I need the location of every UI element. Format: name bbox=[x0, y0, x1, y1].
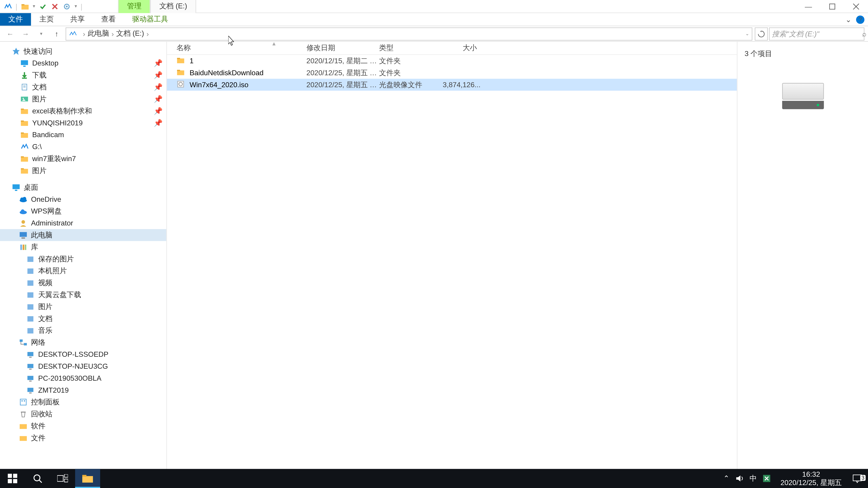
close-button[interactable] bbox=[844, 0, 868, 13]
folder-icon bbox=[177, 68, 186, 77]
breadcrumb-segment[interactable]: 此电脑 bbox=[88, 29, 109, 39]
svg-rect-49 bbox=[27, 376, 33, 380]
tree-quick-item[interactable]: G:\ bbox=[0, 141, 166, 153]
tree-quick-item[interactable]: Desktop📌 bbox=[0, 57, 166, 69]
column-date[interactable]: 修改日期 bbox=[307, 43, 379, 53]
tree-library-item[interactable]: 本机照片 bbox=[0, 265, 166, 277]
qat-dropdown2-icon[interactable]: ▾ bbox=[74, 4, 77, 9]
tree-onedrive[interactable]: OneDrive bbox=[0, 193, 166, 205]
column-type[interactable]: 类型 bbox=[379, 43, 439, 53]
maximize-button[interactable] bbox=[820, 0, 844, 13]
svg-rect-20 bbox=[21, 156, 24, 158]
tree-quick-item[interactable]: YUNQISHI2019📌 bbox=[0, 117, 166, 129]
file-row[interactable]: BaiduNetdiskDownload2020/12/25, 星期五 1...… bbox=[167, 67, 737, 79]
qat-dropdown-icon[interactable]: ▾ bbox=[33, 4, 35, 9]
chevron-right-icon[interactable]: › bbox=[83, 30, 86, 38]
tree-this-pc[interactable]: 此电脑 bbox=[0, 229, 166, 241]
tree-library-item[interactable]: 保存的图片 bbox=[0, 253, 166, 265]
tree-quick-access[interactable]: 快速访问 bbox=[0, 45, 166, 57]
svg-rect-61 bbox=[177, 70, 184, 75]
taskbar-clock[interactable]: 16:32 2020/12/25, 星期五 bbox=[776, 470, 846, 487]
search-button[interactable] bbox=[25, 469, 50, 488]
forward-button[interactable]: → bbox=[19, 27, 32, 40]
chevron-right-icon[interactable]: › bbox=[147, 30, 149, 38]
system-tray[interactable]: ⌃ 中 bbox=[719, 473, 776, 484]
nav-tree[interactable]: 快速访问 Desktop📌下载📌文档📌图片📌excel表格制作求和📌YUNQIS… bbox=[0, 42, 167, 475]
ribbon-tab-home[interactable]: 主页 bbox=[31, 13, 62, 26]
chevron-right-icon[interactable]: › bbox=[112, 30, 114, 38]
tree-control-panel[interactable]: 控制面板 bbox=[0, 396, 166, 408]
tree-quick-item[interactable]: win7重装win7 bbox=[0, 153, 166, 165]
ribbon-tab-drive-tools[interactable]: 驱动器工具 bbox=[124, 13, 177, 26]
column-size[interactable]: 大小 bbox=[439, 43, 480, 53]
tree-label: 音乐 bbox=[38, 325, 53, 335]
tree-library-item[interactable]: 天翼云盘下载 bbox=[0, 289, 166, 301]
task-view-button[interactable] bbox=[50, 469, 75, 488]
back-button[interactable]: ← bbox=[4, 27, 17, 40]
refresh-button[interactable] bbox=[755, 27, 768, 40]
file-list[interactable]: 名称▲ 修改日期 类型 大小 12020/12/15, 星期二 1...文件夹B… bbox=[167, 42, 737, 475]
search-box[interactable]: ⌕ bbox=[769, 27, 864, 40]
tree-quick-item[interactable]: Bandicam bbox=[0, 129, 166, 141]
svg-rect-82 bbox=[82, 475, 86, 477]
tree-desktop[interactable]: 桌面 bbox=[0, 182, 166, 193]
tree-quick-item[interactable]: 图片📌 bbox=[0, 93, 166, 105]
tree-wps[interactable]: WPS网盘 bbox=[0, 205, 166, 217]
tree-library-item[interactable]: 图片 bbox=[0, 301, 166, 313]
tree-quick-item[interactable]: 图片 bbox=[0, 165, 166, 177]
checkmark-icon[interactable] bbox=[39, 2, 47, 10]
start-button[interactable] bbox=[0, 469, 25, 488]
tree-label: 图片 bbox=[32, 94, 46, 104]
search-input[interactable] bbox=[772, 30, 862, 38]
file-row[interactable]: Win7x64_2020.iso2020/12/25, 星期五 1...光盘映像… bbox=[167, 79, 737, 91]
ribbon-tab-share[interactable]: 共享 bbox=[62, 13, 93, 26]
ribbon-tab-view[interactable]: 查看 bbox=[93, 13, 124, 26]
ribbon-tab-file[interactable]: 文件 bbox=[0, 13, 31, 26]
tab-manage[interactable]: 管理 bbox=[118, 0, 150, 13]
doc-icon bbox=[20, 83, 29, 91]
ribbon-collapse-icon[interactable]: ⌄ bbox=[845, 15, 851, 24]
tree-user[interactable]: Administrator bbox=[0, 217, 166, 229]
tree-network-item[interactable]: DESKTOP-LSSOEDP bbox=[0, 348, 166, 360]
help-icon[interactable]: ? bbox=[856, 15, 864, 24]
breadcrumb-dropdown-icon[interactable]: ⌄ bbox=[745, 31, 749, 36]
svg-point-3 bbox=[66, 5, 68, 7]
tree-quick-item[interactable]: 文档📌 bbox=[0, 81, 166, 93]
ime-indicator[interactable]: 中 bbox=[749, 473, 757, 484]
tree-recycle-bin[interactable]: 回收站 bbox=[0, 408, 166, 420]
folder-icon[interactable] bbox=[21, 2, 29, 10]
search-icon[interactable]: ⌕ bbox=[862, 30, 866, 38]
tree-library-item[interactable]: 文档 bbox=[0, 313, 166, 325]
column-headers[interactable]: 名称▲ 修改日期 类型 大小 bbox=[167, 42, 737, 55]
volume-icon[interactable] bbox=[735, 474, 744, 483]
minimize-button[interactable]: — bbox=[797, 0, 820, 13]
recent-dropdown-icon[interactable]: ▾ bbox=[35, 27, 48, 40]
tree-network-item[interactable]: PC-20190530OBLA bbox=[0, 372, 166, 384]
svg-rect-58 bbox=[20, 436, 27, 441]
column-name[interactable]: 名称▲ bbox=[177, 43, 307, 53]
gear-icon[interactable] bbox=[63, 2, 71, 10]
titlebar: | ▾ ▾ | 管理 文档 (E:) — bbox=[0, 0, 868, 13]
tree-network-item[interactable]: ZMT2019 bbox=[0, 384, 166, 396]
cloud-icon bbox=[19, 207, 27, 215]
tree-network[interactable]: 网络 bbox=[0, 336, 166, 348]
tree-quick-item[interactable]: 下载📌 bbox=[0, 69, 166, 81]
taskbar-explorer[interactable] bbox=[75, 469, 100, 488]
tree-files[interactable]: 文件 bbox=[0, 432, 166, 444]
tree-library-item[interactable]: 视频 bbox=[0, 277, 166, 289]
file-row[interactable]: 12020/12/15, 星期二 1...文件夹 bbox=[167, 55, 737, 67]
breadcrumb[interactable]: › 此电脑 › 文档 (E:) › ⌄ bbox=[66, 27, 752, 40]
action-center-button[interactable]: 3 bbox=[846, 474, 868, 483]
tree-network-item[interactable]: DESKTOP-NJEU3CG bbox=[0, 360, 166, 372]
library-item-icon bbox=[26, 326, 35, 335]
tree-software[interactable]: 软件 bbox=[0, 420, 166, 432]
taskbar[interactable]: ⌃ 中 16:32 2020/12/25, 星期五 3 bbox=[0, 469, 868, 488]
tree-quick-item[interactable]: excel表格制作求和📌 bbox=[0, 105, 166, 117]
tray-chevron-icon[interactable]: ⌃ bbox=[723, 474, 729, 483]
breadcrumb-segment[interactable]: 文档 (E:) bbox=[116, 29, 144, 39]
tree-library[interactable]: 库 bbox=[0, 241, 166, 253]
tree-library-item[interactable]: 音乐 bbox=[0, 324, 166, 336]
close-x-icon[interactable] bbox=[51, 2, 59, 10]
tray-app-icon[interactable] bbox=[763, 474, 771, 483]
up-button[interactable]: ↑ bbox=[50, 27, 63, 40]
